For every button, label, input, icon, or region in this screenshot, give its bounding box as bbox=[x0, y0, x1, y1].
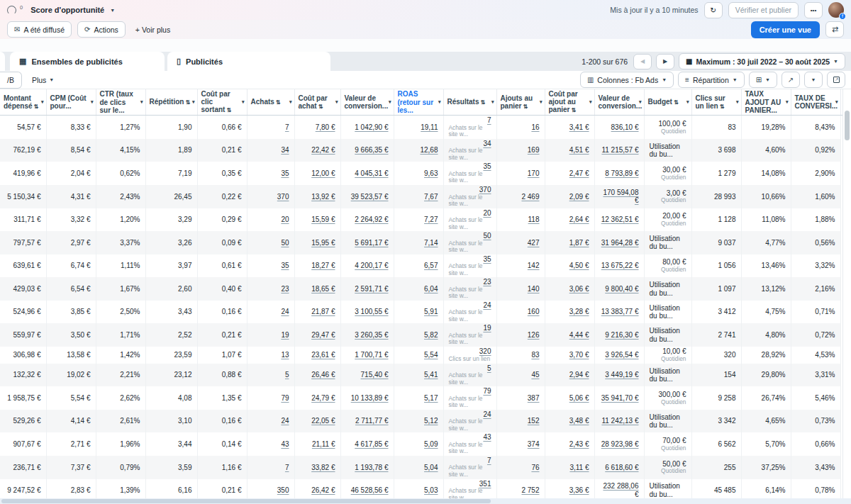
cell-atc[interactable]: 16 bbox=[496, 116, 545, 139]
cell-convval[interactable]: 2 264,92 € bbox=[340, 208, 394, 232]
column-header-cpatc[interactable]: Coût par ajout au panier⇅▾ bbox=[545, 89, 594, 116]
export-options-button[interactable]: ▼ bbox=[804, 72, 823, 88]
chevron-down-icon[interactable]: ▾ bbox=[91, 99, 94, 105]
cell-atc[interactable]: 142 bbox=[496, 254, 545, 278]
cell-atc[interactable]: 427 bbox=[496, 231, 545, 254]
cell-results[interactable]: 35Achats sur le site w... bbox=[443, 254, 496, 278]
cell-cpatc[interactable]: 2,47 € bbox=[545, 162, 594, 185]
cell-cpatc[interactable]: 2,94 € bbox=[545, 364, 594, 387]
chevron-down-icon[interactable]: ▾ bbox=[540, 99, 543, 105]
cell-results[interactable]: 7Achats sur le site w... bbox=[443, 456, 496, 479]
column-header-atc_rate[interactable]: TAUX AJOUT AU PANIER...▾ bbox=[741, 89, 791, 116]
cell-atc[interactable]: 83 bbox=[496, 347, 545, 364]
cell-cpatc[interactable]: 4,44 € bbox=[545, 323, 594, 347]
cell-cpatc[interactable]: 2,43 € bbox=[545, 432, 594, 456]
cell-cpp[interactable]: 7,80 € bbox=[294, 116, 340, 139]
cell-atc[interactable]: 387 bbox=[496, 386, 545, 410]
cell-results[interactable]: 24Achats sur le site w... bbox=[443, 301, 496, 324]
cell-convval[interactable]: 39 523,57 € bbox=[340, 185, 394, 208]
cell-roas[interactable]: 5,82 bbox=[394, 323, 443, 347]
cell-cpp[interactable]: 18,27 € bbox=[294, 254, 340, 278]
cell-convval[interactable]: 4 200,17 € bbox=[340, 254, 394, 278]
cell-purchases[interactable]: 19 bbox=[247, 323, 294, 347]
cell-purchases[interactable]: 34 bbox=[247, 139, 294, 162]
cell-purchases[interactable]: 5 bbox=[247, 364, 294, 387]
cell-atc[interactable]: 170 bbox=[496, 162, 545, 185]
cell-cpp[interactable]: 24,79 € bbox=[294, 386, 340, 410]
cell-cpatc[interactable]: 5,06 € bbox=[545, 386, 594, 410]
cell-results[interactable]: 19Achats sur le site w... bbox=[443, 323, 496, 347]
cell-cpp[interactable]: 15,59 € bbox=[294, 208, 340, 232]
cell-cpatc[interactable]: 3,11 € bbox=[545, 456, 594, 479]
chevron-down-icon[interactable]: ▾ bbox=[736, 99, 739, 105]
cell-convval[interactable]: 2 591,71 € bbox=[340, 277, 394, 301]
chevron-down-icon[interactable]: ▾ bbox=[289, 99, 292, 105]
cell-convval[interactable]: 1 700,71 € bbox=[340, 347, 394, 364]
cell-results[interactable]: 7Achats sur le site w... bbox=[443, 116, 496, 139]
cell-convval[interactable]: 9 666,35 € bbox=[340, 139, 394, 162]
column-header-freq[interactable]: Répétition⇅▾ bbox=[145, 89, 197, 116]
cell-cpp[interactable]: 18,65 € bbox=[294, 277, 340, 301]
cell-convval[interactable]: 1 042,90 € bbox=[340, 116, 394, 139]
prev-page-button[interactable]: ◀ bbox=[633, 54, 652, 69]
cell-convval2[interactable]: 35 941,70 € bbox=[594, 386, 644, 410]
cell-cpp[interactable]: 29,47 € bbox=[294, 323, 340, 347]
cell-atc[interactable]: 126 bbox=[496, 323, 545, 347]
cell-roas[interactable]: 5,09 bbox=[394, 432, 443, 456]
cell-cpp[interactable]: 23,61 € bbox=[294, 347, 340, 364]
cell-results[interactable]: 35Achats sur le site w... bbox=[443, 162, 496, 185]
more-options-button[interactable]: ••• bbox=[804, 2, 823, 18]
cell-cpatc[interactable]: 1,87 € bbox=[545, 231, 594, 254]
cell-cpatc[interactable]: 2,09 € bbox=[545, 185, 594, 208]
opportunity-score-label[interactable]: Score d'opportunité bbox=[30, 6, 104, 14]
chevron-down-icon[interactable]: ▾ bbox=[242, 99, 245, 105]
cell-results[interactable]: 23Achats sur le site w... bbox=[443, 277, 496, 301]
cell-cpp[interactable]: 21,87 € bbox=[294, 301, 340, 324]
cell-atc[interactable]: 160 bbox=[496, 301, 545, 324]
cell-convval[interactable]: 10 133,89 € bbox=[340, 386, 394, 410]
chevron-down-icon[interactable]: ▾ bbox=[835, 99, 838, 105]
actions-button[interactable]: ⟳ Actions bbox=[77, 21, 126, 38]
tab-adsets[interactable]: ▦ Ensembles de publicités bbox=[10, 52, 165, 71]
column-header-purchases[interactable]: Achats⇅▾ bbox=[247, 89, 294, 116]
cell-convval2[interactable]: 3 926,54 € bbox=[594, 347, 644, 364]
column-header-convval2[interactable]: Valeur de conversion...▾ bbox=[594, 89, 644, 116]
column-header-atc[interactable]: Ajouts au panier⇅▾ bbox=[496, 89, 545, 116]
horizontal-scrollbar[interactable] bbox=[0, 498, 851, 504]
cell-results[interactable]: 5Achats sur le site w... bbox=[443, 364, 496, 387]
cell-purchases[interactable]: 43 bbox=[247, 432, 294, 456]
cell-roas[interactable]: 5,54 bbox=[394, 347, 443, 364]
cell-results[interactable]: 79Achats sur le site w... bbox=[443, 386, 496, 410]
cell-convval2[interactable]: 3 449,19 € bbox=[594, 364, 644, 387]
chevron-down-icon[interactable]: ▼ bbox=[110, 8, 115, 13]
cell-cpp[interactable]: 21,11 € bbox=[294, 432, 340, 456]
cell-results[interactable]: 24Achats sur le site w... bbox=[443, 410, 496, 433]
cell-atc[interactable]: 140 bbox=[496, 277, 545, 301]
cell-roas[interactable]: 6,57 bbox=[394, 254, 443, 278]
cell-roas[interactable]: 5,41 bbox=[394, 364, 443, 387]
chevron-down-icon[interactable]: ▾ bbox=[686, 99, 689, 105]
plus-menu-button[interactable]: Plus ▼ bbox=[28, 72, 58, 88]
cell-roas[interactable]: 7,14 bbox=[394, 231, 443, 254]
cell-convval[interactable]: 4 045,31 € bbox=[340, 162, 394, 185]
cell-results[interactable]: 50Achats sur le site w... bbox=[443, 231, 496, 254]
column-header-convval[interactable]: Valeur de conversion...▾ bbox=[340, 89, 394, 116]
cell-cpp[interactable]: 26,46 € bbox=[294, 364, 340, 387]
cell-convval2[interactable]: 28 923,98 € bbox=[594, 432, 644, 456]
view-settings-button[interactable]: ⇄ bbox=[825, 21, 844, 38]
horizontal-scrollbar-thumb[interactable] bbox=[1, 499, 491, 503]
chevron-down-icon[interactable]: ▾ bbox=[786, 99, 789, 105]
cell-cpatc[interactable]: 3,48 € bbox=[545, 410, 594, 433]
cell-roas[interactable]: 5,91 bbox=[394, 301, 443, 324]
cell-roas[interactable]: 19,11 bbox=[394, 116, 443, 139]
cell-cpp[interactable]: 22,42 € bbox=[294, 139, 340, 162]
next-page-button[interactable]: ▶ bbox=[656, 54, 674, 69]
cell-purchases[interactable]: 24 bbox=[247, 410, 294, 433]
cell-convval[interactable]: 4 617,85 € bbox=[340, 432, 394, 456]
cell-roas[interactable]: 5,04 bbox=[394, 456, 443, 479]
cell-cpp[interactable]: 22,05 € bbox=[294, 410, 340, 433]
cell-cpp[interactable]: 12,00 € bbox=[294, 162, 340, 185]
vertical-scrollbar-thumb[interactable] bbox=[845, 111, 850, 140]
column-header-results[interactable]: Résultats⇅▾ bbox=[443, 89, 496, 116]
cell-convval2[interactable]: 12 362,51 € bbox=[594, 208, 644, 232]
